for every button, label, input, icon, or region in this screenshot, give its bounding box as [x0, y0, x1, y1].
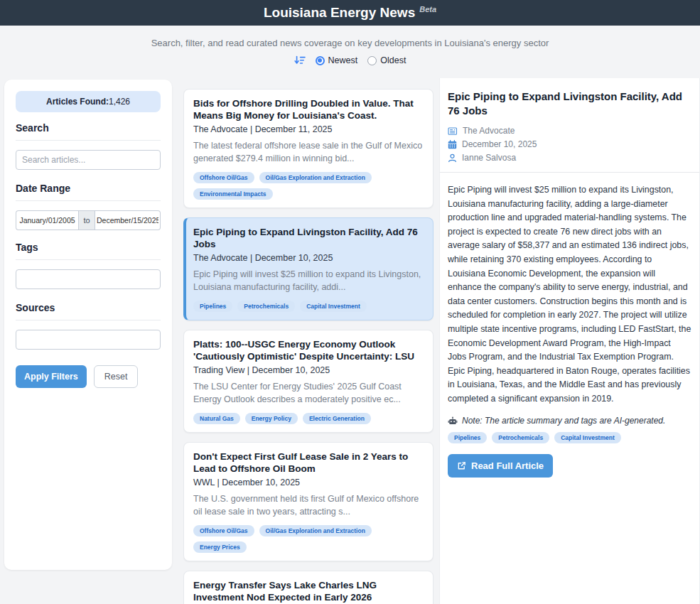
sources-input[interactable] — [16, 330, 161, 350]
tag-pill: Capital Investment — [300, 301, 367, 312]
article-card[interactable]: Don't Expect First Gulf Lease Sale in 2 … — [183, 442, 434, 561]
tag-pill: Offshore Oil/Gas — [193, 172, 254, 183]
calendar-icon — [448, 140, 457, 149]
filters-sidebar: Articles Found:1,426 Search Date Range t… — [4, 80, 172, 570]
read-full-article-label: Read Full Article — [471, 460, 544, 471]
date-range-group: to — [16, 210, 161, 230]
sort-controls: Newest Oldest — [0, 54, 700, 67]
articles-found-count: 1,426 — [109, 97, 130, 107]
search-input[interactable] — [16, 150, 161, 170]
sort-descending-icon — [294, 55, 306, 65]
tag-pill: Natural Gas — [193, 413, 240, 424]
article-card-source: WWL | December 10, 2025 — [193, 478, 424, 487]
article-card-excerpt: Epic Piping will invest $25 million to e… — [193, 268, 424, 295]
date-range-heading: Date Range — [16, 183, 161, 194]
apply-filters-button[interactable]: Apply Filters — [16, 365, 87, 388]
article-card-tags: Natural GasEnergy PolicyElectric Generat… — [193, 413, 424, 424]
detail-title: Epic Piping to Expand Livingston Facilit… — [448, 90, 691, 117]
detail-meta: The Advocate December 10, 2025 — [448, 126, 691, 163]
tag-pill: Pipelines — [193, 301, 232, 312]
article-card-title: Energy Transfer Says Lake Charles LNG In… — [193, 579, 424, 604]
divider — [16, 259, 161, 260]
detail-summary: Epic Piping will invest $25 million to e… — [448, 183, 691, 406]
newspaper-icon — [448, 126, 458, 136]
article-card-source: Trading View | December 10, 2025 — [193, 365, 424, 375]
article-card[interactable]: Platts: 100--USGC Energy Economy Outlook… — [183, 330, 434, 433]
divider — [16, 320, 161, 320]
read-full-article-button[interactable]: Read Full Article — [448, 454, 553, 478]
tag-pill: Petrochemicals — [492, 432, 549, 443]
article-card[interactable]: Energy Transfer Says Lake Charles LNG In… — [183, 571, 434, 604]
divider — [440, 172, 699, 173]
tag-pill: Offshore Oil/Gas — [193, 525, 254, 536]
article-card-excerpt: The U.S. government held its first Gulf … — [193, 492, 424, 519]
article-card-tags: PipelinesPetrochemicalsCapital Investmen… — [193, 301, 424, 312]
app-header: Louisiana Energy NewsBeta — [0, 0, 700, 26]
reset-button[interactable]: Reset — [94, 365, 139, 388]
author-icon — [448, 153, 457, 163]
article-card[interactable]: Bids for Offshore Drilling Doubled in Va… — [183, 89, 434, 208]
article-card-title: Platts: 100--USGC Energy Economy Outlook… — [193, 338, 424, 363]
article-card-tags: Offshore Oil/GasOil/Gas Exploration and … — [193, 525, 424, 553]
article-card-excerpt: The LSU Center for Energy Studies' 2025 … — [193, 380, 424, 407]
article-card-title: Don't Expect First Gulf Lease Sale in 2 … — [193, 451, 424, 475]
search-heading: Search — [16, 122, 161, 134]
tag-pill: Pipelines — [448, 432, 487, 443]
tag-pill: Energy Policy — [245, 413, 298, 424]
divider — [16, 140, 161, 141]
sources-heading: Sources — [16, 302, 161, 313]
app-subtitle: Search, filter, and read curated news co… — [0, 38, 700, 48]
article-card-excerpt: The latest federal offshore lease sale i… — [193, 139, 424, 166]
detail-author: Ianne Salvosa — [462, 153, 516, 163]
tags-heading: Tags — [16, 242, 161, 253]
article-card-title: Bids for Offshore Drilling Doubled in Va… — [193, 97, 424, 122]
date-from-input[interactable] — [16, 210, 78, 230]
sort-oldest-radio[interactable]: Oldest — [367, 55, 406, 65]
article-card-title: Epic Piping to Expand Livingston Facilit… — [193, 226, 424, 251]
tag-pill: Oil/Gas Exploration and Extraction — [259, 525, 372, 536]
article-card-tags: Offshore Oil/GasOil/Gas Exploration and … — [193, 172, 424, 200]
robot-icon — [448, 416, 458, 425]
tag-pill: Capital Investment — [554, 432, 621, 443]
external-link-icon — [457, 461, 466, 470]
article-detail-panel: Epic Piping to Expand Livingston Facilit… — [439, 78, 700, 604]
detail-tags: PipelinesPetrochemicalsCapital Investmen… — [448, 432, 691, 443]
tag-pill: Environmental Impacts — [193, 188, 273, 200]
article-card[interactable]: Epic Piping to Expand Livingston Facilit… — [183, 217, 434, 320]
articles-found-badge: Articles Found:1,426 — [16, 91, 161, 112]
app-title: Louisiana Energy NewsBeta — [264, 5, 436, 21]
sort-oldest-label: Oldest — [380, 55, 406, 65]
detail-author-row: Ianne Salvosa — [448, 153, 691, 163]
articles-found-label: Articles Found: — [46, 97, 109, 107]
divider — [16, 200, 161, 201]
detail-date-row: December 10, 2025 — [448, 139, 691, 149]
sort-newest-label: Newest — [328, 55, 358, 65]
article-card-source: The Advocate | December 10, 2025 — [193, 253, 424, 263]
sort-newest-radio[interactable]: Newest — [316, 55, 358, 65]
date-to-label: to — [78, 210, 95, 230]
app-title-text: Louisiana Energy News — [264, 5, 415, 20]
radio-unselected-icon — [367, 56, 377, 65]
beta-badge: Beta — [419, 5, 436, 14]
detail-source: The Advocate — [463, 126, 515, 136]
tag-pill: Electric Generation — [303, 413, 371, 424]
filter-buttons: Apply Filters Reset — [16, 365, 161, 388]
main-content: Articles Found:1,426 Search Date Range t… — [0, 78, 700, 604]
tag-pill: Oil/Gas Exploration and Extraction — [259, 172, 372, 183]
ai-note-text: Note: The article summary and tags are A… — [462, 416, 665, 426]
article-card-source: The Advocate | December 11, 2025 — [193, 124, 424, 134]
article-list[interactable]: Bids for Offshore Drilling Doubled in Va… — [183, 78, 434, 604]
ai-note: Note: The article summary and tags are A… — [448, 416, 691, 426]
detail-date: December 10, 2025 — [462, 139, 537, 149]
detail-source-row: The Advocate — [448, 126, 691, 136]
tags-input[interactable] — [16, 269, 161, 289]
date-to-input[interactable] — [95, 210, 161, 230]
radio-selected-icon — [316, 56, 325, 65]
tag-pill: Petrochemicals — [237, 301, 295, 312]
tag-pill: Energy Prices — [193, 541, 247, 553]
